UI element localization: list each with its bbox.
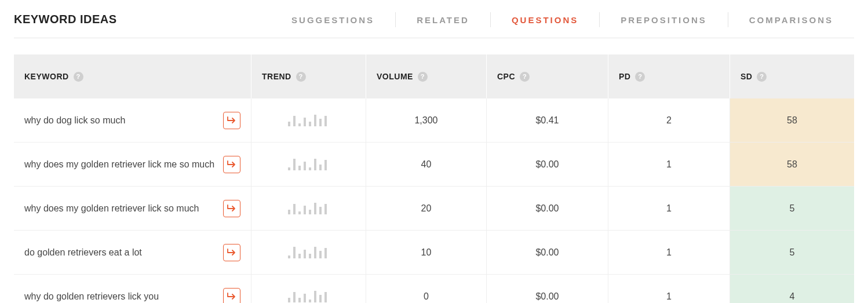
keyword-ideas-panel: KEYWORD IDEAS SUGGESTIONS RELATED QUESTI… xyxy=(0,0,868,303)
svg-rect-13 xyxy=(314,159,316,170)
cell-sd: 5 xyxy=(730,187,854,230)
tab-prepositions[interactable]: PREPOSITIONS xyxy=(600,10,728,38)
help-icon[interactable]: ? xyxy=(635,72,645,82)
tab-suggestions[interactable]: SUGGESTIONS xyxy=(271,10,395,38)
table-row: why do golden retrievers lick you 0 $0.0… xyxy=(14,275,854,303)
cell-volume: 10 xyxy=(366,231,487,274)
svg-rect-10 xyxy=(298,166,301,170)
keyword-text: why do golden retrievers lick you xyxy=(24,290,223,303)
keyword-text: do golden retrievers eat a lot xyxy=(24,246,223,259)
svg-rect-24 xyxy=(288,255,290,258)
cell-cpc: $0.00 xyxy=(487,231,608,274)
svg-rect-15 xyxy=(324,160,327,170)
col-header-keyword[interactable]: KEYWORD ? xyxy=(14,54,251,98)
cell-keyword: why does my golden retriever lick so muc… xyxy=(14,187,251,230)
svg-rect-6 xyxy=(319,119,322,126)
svg-rect-31 xyxy=(324,248,327,258)
open-keyword-button[interactable] xyxy=(223,288,240,304)
svg-rect-8 xyxy=(288,167,290,170)
cell-cpc: $0.00 xyxy=(487,187,608,230)
tab-bar: SUGGESTIONS RELATED QUESTIONS PREPOSITIO… xyxy=(271,10,854,38)
cell-sd: 4 xyxy=(730,275,854,303)
svg-rect-0 xyxy=(288,122,290,126)
page-title: KEYWORD IDEAS xyxy=(14,10,117,36)
svg-rect-12 xyxy=(309,167,311,170)
svg-rect-1 xyxy=(293,116,296,126)
trend-sparkline-icon xyxy=(288,247,330,258)
col-header-trend[interactable]: TREND ? xyxy=(251,54,366,98)
svg-rect-36 xyxy=(309,300,311,302)
help-icon[interactable]: ? xyxy=(418,72,428,82)
svg-rect-19 xyxy=(304,206,306,214)
keyword-table: KEYWORD ? TREND ? VOLUME ? CPC ? PD ? SD… xyxy=(14,54,854,303)
cell-cpc: $0.41 xyxy=(487,98,608,142)
cell-pd: 1 xyxy=(608,143,730,186)
cell-volume: 20 xyxy=(366,187,487,230)
keyword-text: why do dog lick so much xyxy=(24,114,223,127)
svg-rect-25 xyxy=(293,247,296,258)
col-header-label: TREND xyxy=(262,72,291,81)
help-icon[interactable]: ? xyxy=(757,72,767,82)
svg-rect-35 xyxy=(304,294,306,302)
table-row: why do dog lick so much 1,300 $0.41 2 58 xyxy=(14,98,854,143)
help-icon[interactable]: ? xyxy=(74,72,83,82)
svg-rect-39 xyxy=(324,292,327,302)
go-arrow-icon xyxy=(227,204,237,213)
svg-rect-33 xyxy=(293,292,296,302)
cell-volume: 40 xyxy=(366,143,487,186)
go-arrow-icon xyxy=(227,292,237,301)
col-header-label: VOLUME xyxy=(377,72,413,81)
svg-rect-20 xyxy=(309,210,311,214)
svg-rect-26 xyxy=(298,254,301,258)
col-header-label: CPC xyxy=(497,72,515,81)
cell-keyword: why do golden retrievers lick you xyxy=(14,275,251,303)
open-keyword-button[interactable] xyxy=(223,156,240,173)
keyword-text: why does my golden retriever lick so muc… xyxy=(24,202,223,215)
open-keyword-button[interactable] xyxy=(223,200,240,217)
svg-rect-4 xyxy=(309,122,311,126)
col-header-volume[interactable]: VOLUME ? xyxy=(366,54,487,98)
tab-questions[interactable]: QUESTIONS xyxy=(491,10,599,38)
tab-comparisons[interactable]: COMPARISONS xyxy=(728,10,854,38)
keyword-text: why does my golden retriever lick me so … xyxy=(24,158,223,171)
tab-related[interactable]: RELATED xyxy=(396,10,490,38)
cell-trend xyxy=(251,231,366,274)
cell-trend xyxy=(251,143,366,186)
table-header: KEYWORD ? TREND ? VOLUME ? CPC ? PD ? SD… xyxy=(14,54,854,98)
svg-rect-32 xyxy=(288,298,290,302)
table-row: do golden retrievers eat a lot 10 $0.00 … xyxy=(14,231,854,275)
help-icon[interactable]: ? xyxy=(520,72,530,82)
svg-rect-38 xyxy=(319,295,322,302)
trend-sparkline-icon xyxy=(288,291,330,302)
cell-sd: 5 xyxy=(730,231,854,274)
svg-rect-27 xyxy=(304,250,306,258)
help-icon[interactable]: ? xyxy=(296,72,306,82)
svg-rect-34 xyxy=(298,298,301,302)
cell-sd: 58 xyxy=(730,143,854,186)
svg-rect-37 xyxy=(314,291,316,302)
cell-pd: 1 xyxy=(608,231,730,274)
trend-sparkline-icon xyxy=(288,159,330,170)
open-keyword-button[interactable] xyxy=(223,244,240,261)
svg-rect-11 xyxy=(304,162,306,170)
go-arrow-icon xyxy=(227,160,237,169)
open-keyword-button[interactable] xyxy=(223,112,240,129)
svg-rect-17 xyxy=(293,204,296,214)
col-header-sd[interactable]: SD ? xyxy=(730,54,854,98)
svg-rect-22 xyxy=(319,207,322,214)
cell-trend xyxy=(251,187,366,230)
col-header-pd[interactable]: PD ? xyxy=(608,54,730,98)
cell-keyword: why does my golden retriever lick me so … xyxy=(14,143,251,186)
cell-pd: 1 xyxy=(608,275,730,303)
trend-sparkline-icon xyxy=(288,115,330,126)
table-body: why do dog lick so much 1,300 $0.41 2 58… xyxy=(14,98,854,303)
svg-rect-14 xyxy=(319,165,322,170)
trend-sparkline-icon xyxy=(288,203,330,214)
col-header-cpc[interactable]: CPC ? xyxy=(487,54,608,98)
table-row: why does my golden retriever lick so muc… xyxy=(14,187,854,231)
svg-rect-18 xyxy=(298,211,301,214)
go-arrow-icon xyxy=(227,248,237,257)
cell-cpc: $0.00 xyxy=(487,143,608,186)
cell-volume: 0 xyxy=(366,275,487,303)
svg-rect-28 xyxy=(309,254,311,258)
